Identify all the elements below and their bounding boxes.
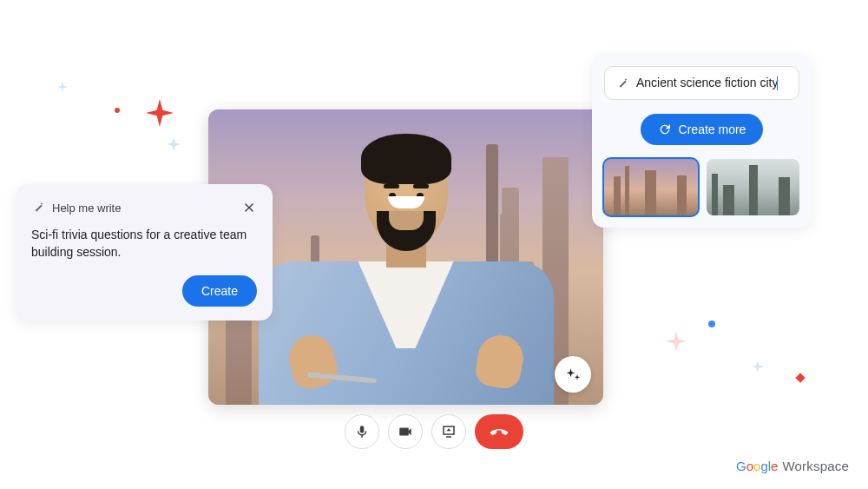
background-thumbnail[interactable] [604,159,698,215]
close-icon [243,202,255,214]
dot-decoration [708,320,715,327]
create-more-button[interactable]: Create more [641,114,764,145]
diamond-decoration [795,373,805,382]
background-thumbnails [604,159,799,215]
sparkle-icon [752,360,764,373]
create-button[interactable]: Create [182,275,257,307]
hangup-button[interactable] [475,414,523,449]
google-wordmark: Google [736,459,778,473]
microphone-icon [354,424,370,439]
present-button[interactable] [431,414,466,449]
sparkle-icon [57,82,68,92]
camera-button[interactable] [388,414,423,449]
dot-decoration [115,108,120,113]
meeting-controls [345,414,523,449]
hangup-icon [489,421,510,442]
close-button[interactable] [241,200,257,215]
help-me-write-panel: Help me write Sci-fi trivia questions fo… [16,184,273,320]
sparkle-icon [666,331,687,352]
sparkles-icon [564,366,582,383]
create-more-label: Create more [679,122,746,136]
generate-background-button[interactable] [555,356,591,393]
background-generator-panel: Ancient science fiction city Create more [592,54,812,228]
participant-avatar [259,144,554,405]
background-prompt-input[interactable]: Ancient science fiction city [604,66,799,100]
help-me-write-prompt: Sci-fi trivia questions for a creative t… [31,226,257,261]
refresh-icon [658,122,672,136]
magic-wand-icon [615,76,629,90]
sparkle-icon [167,137,181,151]
background-thumbnail[interactable] [707,159,800,215]
microphone-button[interactable] [345,414,379,449]
present-screen-icon [441,424,457,439]
help-me-write-title: Help me write [52,202,234,215]
google-workspace-logo: Google Workspace [736,459,849,473]
camera-icon [398,424,413,439]
sparkle-icon [146,99,174,127]
workspace-wordmark: Workspace [782,459,849,473]
prompt-input-value: Ancient science fiction city [636,76,788,90]
create-button-label: Create [201,284,238,298]
magic-wand-icon [31,201,45,215]
